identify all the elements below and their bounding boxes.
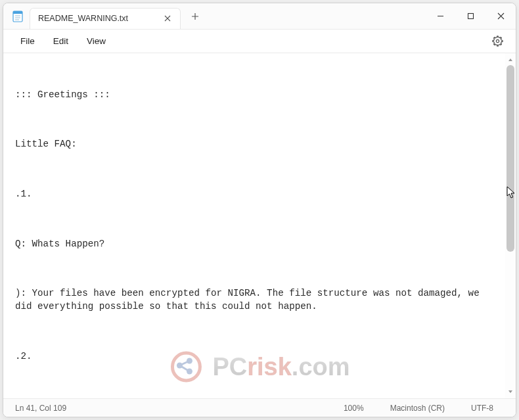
vertical-scrollbar[interactable] (505, 53, 516, 398)
tab-title: README_WARNING.txt (38, 14, 160, 23)
new-tab-button[interactable] (185, 6, 206, 27)
scroll-down-arrow[interactable] (505, 386, 516, 397)
menu-file[interactable]: File (11, 32, 44, 50)
svg-rect-5 (468, 14, 473, 19)
svg-rect-1 (13, 11, 22, 14)
text-line: .1. (15, 188, 500, 201)
notepad-window: README_WARNING.txt File Edit View (3, 3, 516, 417)
status-encoding: UTF-8 (458, 404, 507, 413)
text-line: .2. (15, 350, 500, 363)
close-tab-icon[interactable] (160, 11, 175, 26)
notepad-app-icon (11, 10, 24, 23)
text-line: ): Your files have been encrypted for NI… (15, 287, 500, 314)
scroll-up-arrow[interactable] (505, 55, 516, 65)
close-window-button[interactable] (485, 3, 516, 29)
status-zoom[interactable]: 100% (330, 404, 377, 413)
svg-point-6 (496, 39, 499, 42)
menubar: File Edit View (3, 30, 516, 53)
status-line-ending: Macintosh (CR) (377, 404, 458, 413)
scroll-thumb[interactable] (507, 65, 514, 252)
maximize-button[interactable] (455, 3, 485, 29)
editor-area: ::: Greetings ::: Little FAQ: .1. Q: Wha… (3, 53, 516, 398)
text-line: Q: Whats Happen? (15, 238, 500, 251)
titlebar: README_WARNING.txt (3, 3, 516, 30)
menu-edit[interactable]: Edit (44, 32, 78, 50)
text-content[interactable]: ::: Greetings ::: Little FAQ: .1. Q: Wha… (3, 53, 505, 398)
window-controls (425, 3, 516, 29)
scroll-track[interactable] (505, 65, 516, 386)
menu-view[interactable]: View (78, 32, 115, 50)
text-line: ::: Greetings ::: (15, 89, 500, 102)
text-line: Little FAQ: (15, 138, 500, 151)
settings-button[interactable] (487, 31, 508, 52)
status-cursor-position: Ln 41, Col 109 (12, 404, 79, 413)
document-tab[interactable]: README_WARNING.txt (30, 8, 181, 29)
minimize-button[interactable] (425, 3, 455, 29)
tab-area: README_WARNING.txt (3, 3, 425, 29)
statusbar: Ln 41, Col 109 100% Macintosh (CR) UTF-8 (3, 398, 516, 417)
